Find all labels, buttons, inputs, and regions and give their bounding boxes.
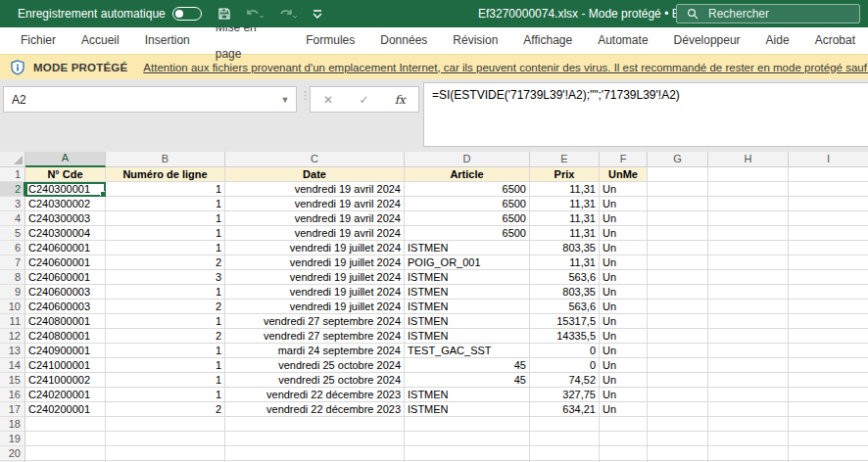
undo-icon[interactable]: [245, 7, 265, 21]
cell-I11[interactable]: [789, 314, 868, 329]
row-header-10[interactable]: 10: [0, 300, 25, 314]
cell-D2[interactable]: 6500: [405, 182, 530, 197]
row-header-17[interactable]: 17: [0, 402, 25, 417]
column-header-G[interactable]: G: [648, 152, 708, 167]
cell-A14[interactable]: C241000001: [25, 358, 106, 373]
cell-F13[interactable]: Un: [600, 344, 648, 358]
cell-I14[interactable]: [789, 358, 868, 373]
tab-révision[interactable]: Révision: [440, 27, 510, 54]
cell-B16[interactable]: 1: [106, 388, 225, 402]
cell-F6[interactable]: Un: [600, 241, 648, 255]
autosave-toggle[interactable]: [172, 7, 202, 21]
cell-B15[interactable]: 1: [106, 373, 225, 388]
qat-customize-icon[interactable]: [312, 7, 323, 21]
cell-F18[interactable]: [600, 417, 648, 432]
cell-H1[interactable]: [708, 167, 789, 182]
column-header-I[interactable]: I: [789, 152, 868, 167]
cell-C11[interactable]: vendredi 27 septembre 2024: [225, 314, 405, 329]
cell-F19[interactable]: [600, 432, 648, 446]
cell-C5[interactable]: vendredi 19 avril 2024: [225, 226, 405, 241]
cell-B9[interactable]: 1: [106, 285, 225, 300]
formula-input[interactable]: =SI(ESTVIDE('71739L39'!A2);"";'71739L39'…: [423, 82, 868, 147]
cell-A16[interactable]: C240200001: [25, 388, 106, 402]
cell-C18[interactable]: [225, 417, 405, 432]
column-header-D[interactable]: D: [405, 152, 530, 167]
cell-A1[interactable]: N° Cde: [25, 167, 106, 182]
cell-D14[interactable]: 45: [405, 358, 530, 373]
row-header-12[interactable]: 12: [0, 329, 25, 344]
cell-C9[interactable]: vendredi 19 juillet 2024: [225, 285, 405, 300]
cell-H6[interactable]: [708, 241, 789, 255]
cell-I1[interactable]: [789, 167, 868, 182]
column-header-H[interactable]: H: [708, 152, 789, 167]
cell-E3[interactable]: 11,31: [530, 197, 600, 211]
cell-E8[interactable]: 563,6: [530, 270, 600, 285]
cell-C15[interactable]: vendredi 25 octobre 2024: [225, 373, 405, 388]
select-all-corner[interactable]: [0, 152, 25, 167]
cell-B5[interactable]: 1: [106, 226, 225, 241]
cell-C10[interactable]: vendredi 19 juillet 2024: [225, 300, 405, 314]
cell-B14[interactable]: 1: [106, 358, 225, 373]
cell-F14[interactable]: Un: [600, 358, 648, 373]
cell-C7[interactable]: vendredi 19 juillet 2024: [225, 255, 405, 270]
cell-D1[interactable]: Article: [405, 167, 530, 182]
cell-E7[interactable]: 11,31: [530, 255, 600, 270]
row-header-6[interactable]: 6: [0, 241, 25, 255]
row-header-5[interactable]: 5: [0, 226, 25, 241]
tab-automate[interactable]: Automate: [585, 27, 660, 54]
cell-H7[interactable]: [708, 255, 789, 270]
cell-F10[interactable]: Un: [600, 300, 648, 314]
cell-H16[interactable]: [708, 388, 789, 402]
cell-B4[interactable]: 1: [106, 211, 225, 226]
cell-C20[interactable]: [225, 446, 405, 461]
tab-formules[interactable]: Formules: [293, 27, 367, 54]
row-header-1[interactable]: 1: [0, 167, 25, 182]
column-header-A[interactable]: A: [25, 152, 106, 167]
row-header-7[interactable]: 7: [0, 255, 25, 270]
cell-A11[interactable]: C240800001: [25, 314, 106, 329]
cell-D5[interactable]: 6500: [405, 226, 530, 241]
row-header-18[interactable]: 18: [0, 417, 25, 432]
cell-E5[interactable]: 11,31: [530, 226, 600, 241]
tab-insertion[interactable]: Insertion: [132, 27, 203, 54]
cell-E12[interactable]: 14335,5: [530, 329, 600, 344]
cell-B1[interactable]: Numéro de ligne: [106, 167, 225, 182]
cell-D10[interactable]: ISTMEN: [405, 300, 530, 314]
cell-I4[interactable]: [789, 211, 868, 226]
cell-C1[interactable]: Date: [225, 167, 405, 182]
cell-I2[interactable]: [789, 182, 868, 197]
cell-G18[interactable]: [648, 417, 708, 432]
enter-icon[interactable]: ✓: [359, 93, 368, 107]
cell-A5[interactable]: C240300004: [25, 226, 106, 241]
cell-B19[interactable]: [106, 432, 225, 446]
banner-message-link[interactable]: Attention aux fichiers provenant d'un em…: [143, 62, 868, 73]
cell-I15[interactable]: [789, 373, 868, 388]
tab-accueil[interactable]: Accueil: [69, 27, 132, 54]
cell-F7[interactable]: Un: [600, 255, 648, 270]
cell-A20[interactable]: [25, 446, 106, 461]
cell-F11[interactable]: Un: [600, 314, 648, 329]
fill-handle[interactable]: [100, 191, 105, 196]
cell-H14[interactable]: [708, 358, 789, 373]
cell-C4[interactable]: vendredi 19 avril 2024: [225, 211, 405, 226]
cell-H20[interactable]: [708, 446, 789, 461]
cell-D15[interactable]: 45: [405, 373, 530, 388]
cell-G16[interactable]: [648, 388, 708, 402]
cell-G20[interactable]: [648, 446, 708, 461]
cell-C19[interactable]: [225, 432, 405, 446]
cell-C17[interactable]: vendredi 22 décembre 2023: [225, 402, 405, 417]
cell-A3[interactable]: C240300002: [25, 197, 106, 211]
cell-C3[interactable]: vendredi 19 avril 2024: [225, 197, 405, 211]
cancel-icon[interactable]: ✕: [323, 93, 333, 107]
column-header-C[interactable]: C: [225, 152, 405, 167]
column-header-E[interactable]: E: [530, 152, 600, 167]
cell-A6[interactable]: C240600001: [25, 241, 106, 255]
cell-G2[interactable]: [648, 182, 708, 197]
row-header-9[interactable]: 9: [0, 285, 25, 300]
cell-D3[interactable]: 6500: [405, 197, 530, 211]
cell-F4[interactable]: Un: [600, 211, 648, 226]
cell-F15[interactable]: Un: [600, 373, 648, 388]
cell-F17[interactable]: Un: [600, 402, 648, 417]
column-header-F[interactable]: F: [600, 152, 648, 167]
cell-G4[interactable]: [648, 211, 708, 226]
